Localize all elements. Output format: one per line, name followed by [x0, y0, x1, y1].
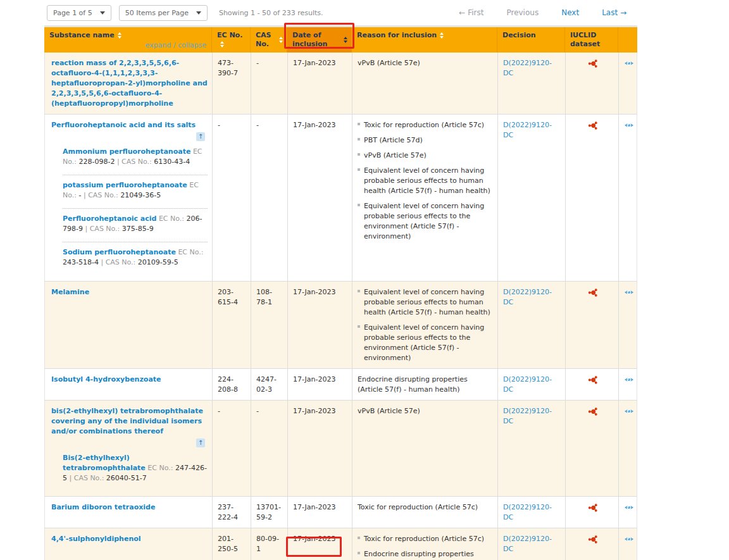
iuclid-dataset-icon[interactable] — [588, 407, 597, 420]
next-page-link[interactable]: Next — [561, 8, 579, 17]
iuclid-dataset-icon[interactable] — [588, 288, 597, 301]
ec-cell: - — [213, 401, 251, 496]
decision-cell: D(2022)9120-DC — [498, 115, 566, 281]
sort-icon[interactable] — [220, 41, 224, 47]
cas-label: CAS No.: — [122, 158, 154, 166]
toggle-row: ↑ — [51, 130, 208, 142]
page-selector[interactable]: Page 1 of 5 — [47, 5, 111, 21]
chevron-down-icon — [100, 11, 105, 15]
decision-link[interactable]: D(2022)9120-DC — [503, 503, 552, 521]
iuclid-dataset-icon[interactable] — [588, 503, 597, 516]
iuclid-cell — [566, 528, 619, 560]
ec-label: EC No.: — [178, 248, 203, 256]
ec-cell: 201-250-5 — [213, 528, 251, 560]
chevron-down-icon — [196, 11, 201, 15]
sort-icon[interactable] — [279, 37, 283, 43]
expand-collapse-link[interactable]: expand / collapse — [145, 41, 206, 50]
view-substance-eye-icon[interactable] — [624, 407, 634, 419]
member-ec-value: 243-518-4 — [63, 258, 101, 266]
reason-item: Toxic for reproduction (Article 57c) — [358, 534, 493, 544]
iuclid-cell — [566, 282, 619, 368]
substance-link[interactable]: Barium diboron tetraoxide — [51, 503, 155, 511]
pagination: ← First Previous Next Last → — [459, 8, 626, 17]
substance-link[interactable]: Perfluoroheptanoic acid and its salts — [51, 121, 196, 129]
decision-link[interactable]: D(2022)9120-DC — [503, 59, 552, 77]
decision-link[interactable]: D(2022)9120-DC — [503, 375, 552, 394]
decision-link[interactable]: D(2022)9120-DC — [503, 407, 552, 425]
member-substance-link[interactable]: potassium perfluoroheptanoate — [63, 181, 187, 189]
cas-label: CAS No.: — [74, 474, 106, 482]
reason-cell: Toxic for reproduction (Article 57c)PBT … — [352, 115, 498, 281]
view-cell — [619, 497, 638, 528]
view-cell — [619, 369, 638, 400]
view-substance-eye-icon[interactable] — [624, 375, 634, 387]
sort-icon[interactable] — [118, 32, 122, 39]
collapse-members-icon[interactable]: ↑ — [196, 439, 205, 447]
member-substance-link[interactable]: Sodium perfluoroheptanoate — [63, 248, 176, 256]
iuclid-dataset-icon[interactable] — [588, 535, 597, 547]
reason-cell: Toxic for reproduction (Article 57c)Endo… — [352, 528, 498, 560]
reason-cell: vPvB (Article 57e) — [352, 53, 498, 114]
column-header-view — [618, 27, 637, 53]
member-substance-link[interactable]: Bis(2-ethylhexyl) tetrabromophthalate — [63, 454, 146, 472]
decision-cell: D(2022)9120-DC — [498, 497, 566, 528]
view-substance-eye-icon[interactable] — [624, 121, 634, 133]
cas-cell: 4247-02-3 — [251, 369, 288, 400]
reason-cell: Endocrine disrupting properties (Article… — [352, 369, 498, 400]
reason-item: Equivalent level of concern having proba… — [358, 201, 493, 242]
cas-cell: 108-78-1 — [251, 282, 288, 368]
iuclid-dataset-icon[interactable] — [588, 375, 597, 388]
substance-link[interactable]: 4,4'-sulphonyldiphenol — [51, 535, 141, 543]
decision-link[interactable]: D(2022)9120-DC — [503, 121, 552, 139]
iuclid-dataset-icon[interactable] — [588, 59, 597, 72]
iuclid-cell — [566, 53, 619, 114]
iuclid-dataset-icon[interactable] — [588, 121, 597, 134]
member-cas-value: 375-85-9 — [122, 225, 154, 233]
iuclid-cell — [566, 497, 619, 528]
member-substance: potassium perfluoroheptanoate EC No.: - … — [63, 180, 208, 209]
cas-cell: - — [251, 401, 288, 496]
reason-item: vPvB (Article 57e) — [358, 58, 493, 68]
iuclid-cell — [566, 401, 619, 496]
member-substance-link[interactable]: Ammonium perfluoroheptanoate — [63, 147, 190, 156]
view-substance-eye-icon[interactable] — [624, 535, 634, 547]
first-page-link[interactable]: ← First — [459, 8, 483, 17]
items-per-page-selector[interactable]: 50 Items per Page — [119, 5, 208, 21]
substance-link[interactable]: Isobutyl 4-hydroxybenzoate — [51, 375, 161, 383]
view-substance-eye-icon[interactable] — [624, 288, 634, 300]
cas-label: CAS No.: — [88, 191, 120, 199]
reason-item: PBT (Article 57d) — [358, 135, 493, 146]
column-header-ec-no[interactable]: EC No. — [212, 27, 251, 53]
substance-link[interactable]: reaction mass of 2,2,3,3,5,5,6,6-octaflu… — [51, 59, 208, 108]
view-substance-eye-icon[interactable] — [624, 59, 634, 71]
collapse-members-icon[interactable]: ↑ — [196, 132, 205, 141]
substance-link[interactable]: Melamine — [51, 288, 89, 296]
column-header-date-of-inclusion[interactable]: Date of inclusion — [287, 27, 352, 53]
member-cas-value: 21049-36-5 — [120, 191, 161, 199]
column-header-substance-name[interactable]: Substance name expand / collapse — [44, 27, 212, 53]
results-summary: Showing 1 - 50 of 233 results. — [219, 9, 323, 17]
cas-label: CAS No.: — [106, 258, 138, 266]
decision-cell: D(2022)9120-DC — [498, 282, 566, 368]
column-header-reason-for-inclusion[interactable]: Reason for inclusion — [352, 27, 497, 53]
iuclid-cell — [566, 369, 619, 400]
decision-link[interactable]: D(2022)9120-DC — [503, 535, 552, 553]
view-cell — [619, 528, 638, 560]
member-cas-value: 6130-43-4 — [154, 158, 190, 166]
reason-cell: vPvB (Article 57e) — [352, 401, 498, 496]
decision-link[interactable]: D(2022)9120-DC — [503, 288, 552, 306]
previous-page-link[interactable]: Previous — [506, 8, 539, 17]
items-per-page-value: 50 Items per Page — [125, 9, 189, 17]
view-substance-eye-icon[interactable] — [624, 503, 634, 515]
view-cell — [619, 115, 638, 281]
column-header-cas-no[interactable]: CAS No. — [251, 27, 287, 53]
substance-link[interactable]: bis(2-ethylhexyl) tetrabromophthalate co… — [51, 407, 203, 435]
decision-cell: D(2022)9120-DC — [498, 53, 566, 114]
member-substance: Ammonium perfluoroheptanoate EC No.: 228… — [63, 147, 208, 175]
iuclid-cell — [566, 115, 619, 281]
member-substance-link[interactable]: Perfluoroheptanoic acid — [63, 215, 156, 223]
sort-icon[interactable] — [344, 37, 347, 43]
sort-icon[interactable] — [440, 32, 444, 39]
last-page-link[interactable]: Last → — [602, 8, 626, 17]
separator: | — [101, 258, 105, 266]
